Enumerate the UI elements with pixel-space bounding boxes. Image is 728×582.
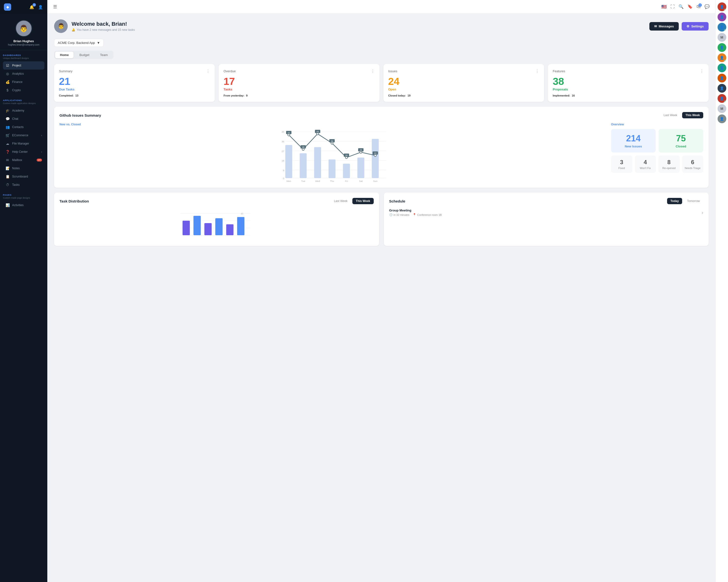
svg-text:36: 36 (282, 140, 284, 143)
label-mon: 42 (288, 132, 290, 134)
task-this-week-btn[interactable]: This Week (353, 198, 373, 204)
event-location: 📍 Conference room 1B (413, 213, 442, 216)
github-content: New vs. Closed 45 36 27 18 9 0 (59, 123, 703, 182)
messages-button[interactable]: ✉ Messages (649, 22, 679, 31)
dashboards-sub: Unique dashboard designs (3, 57, 45, 59)
sidebar-item-mailbox[interactable]: ✉ Mailbox 27 (3, 156, 45, 164)
helpcenter-icon: ❓ (5, 150, 10, 154)
right-avatar-7[interactable]: 👤 (718, 74, 726, 82)
sidebar-item-notes[interactable]: 📝 Notes (3, 164, 45, 172)
svg-text:45: 45 (282, 131, 284, 133)
card-overdue-number: 17 (224, 76, 374, 87)
sidebar-item-label: ECommerce (12, 134, 28, 137)
welcome-header: 👨 Welcome back, Brian! 🔔 You have 2 new … (54, 20, 709, 33)
github-issues-section: Github Issues Summary Last Week This Wee… (54, 107, 709, 188)
last-week-btn[interactable]: Last Week (660, 112, 680, 118)
finance-icon: 💰 (5, 80, 10, 84)
notification-icon[interactable]: 🔔 3 (29, 4, 35, 10)
card-overdue-menu[interactable]: ⋮ (371, 69, 375, 74)
tomorrow-btn[interactable]: Tomorrow (683, 198, 703, 204)
sidebar-item-project[interactable]: ☑ Project (3, 61, 45, 70)
this-week-btn[interactable]: This Week (682, 112, 703, 118)
card-summary-menu[interactable]: ⋮ (206, 69, 210, 74)
bell-icon: 🔔 (72, 28, 75, 31)
mini-card-wontfix: 4 Won't Fix (635, 156, 656, 173)
right-avatar-8[interactable]: 👤 (718, 84, 726, 93)
sidebar-item-tasks[interactable]: ⏱ Tasks (3, 181, 45, 189)
right-avatar-4[interactable]: 👤 (718, 43, 726, 52)
card-issues-header: Issues ⋮ (388, 69, 539, 74)
task-distribution-title: Task Distribution (59, 199, 89, 203)
card-overdue-sub: From yesterday: 9 (224, 94, 374, 97)
flag-icon[interactable]: 🇺🇸 (661, 4, 667, 9)
sidebar-item-scrumboard[interactable]: 📋 Scrumboard (3, 172, 45, 181)
sidebar-item-academy[interactable]: 🎓 Academy (3, 107, 45, 115)
card-features-header: Features ⋮ (553, 69, 704, 74)
right-avatar-10[interactable]: M (718, 104, 726, 113)
sidebar-item-helpcenter[interactable]: ❓ Help Center › (3, 148, 45, 156)
app-logo[interactable]: ◆ (4, 3, 11, 11)
topbar-chat-icon[interactable]: 💬 (704, 4, 709, 9)
welcome-sub: 🔔 You have 2 new messages and 15 new tas… (72, 28, 135, 31)
right-avatar-0[interactable]: 👤 (718, 2, 726, 11)
sidebar-item-finance[interactable]: 💰 Finance (3, 78, 45, 86)
sidebar: ◆ 🔔 3 👤 👨 Brian Hughes hughes.brian@comp… (0, 0, 47, 582)
summary-cards-row: Summary ⋮ 21 Due Tasks Completed: 13 Ove… (54, 64, 709, 102)
pages-title: PAGES (3, 194, 45, 196)
svg-rect-27 (215, 218, 223, 235)
svg-text:Wed: Wed (315, 180, 320, 182)
card-features-menu[interactable]: ⋮ (700, 69, 704, 74)
right-avatar-2[interactable]: 👤 (718, 23, 726, 31)
tab-team[interactable]: Team (95, 52, 112, 58)
sidebar-item-label: File Manager (12, 142, 29, 145)
settings-button[interactable]: ⚙ Settings (682, 22, 709, 31)
chart-svg: 45 36 27 18 9 0 (59, 129, 606, 182)
location-icon: 📍 (413, 213, 416, 216)
card-features-title: Features (553, 70, 565, 73)
new-issues-num: 214 (616, 133, 651, 144)
sidebar-item-activities[interactable]: 📊 Activities (3, 201, 45, 209)
new-issues-card: 214 New Issues (611, 129, 656, 153)
svg-text:Thu: Thu (330, 180, 334, 182)
closed-card: 75 Closed (658, 129, 703, 153)
applications-section: APPLICATIONS Custom made application des… (0, 95, 47, 190)
card-summary-sub-val: 13 (76, 94, 78, 97)
sidebar-item-ecommerce[interactable]: 🛒 ECommerce › (3, 131, 45, 139)
task-last-week-btn[interactable]: Last Week (331, 198, 351, 204)
right-avatar-6[interactable]: 👤 (718, 63, 726, 72)
right-avatar-3[interactable]: M (718, 33, 726, 42)
sidebar-item-crypto[interactable]: $ Crypto (3, 86, 45, 94)
tab-home[interactable]: Home (55, 52, 74, 58)
svg-rect-25 (193, 216, 201, 235)
search-icon[interactable]: 🔍 (678, 4, 683, 9)
svg-text:9: 9 (283, 169, 284, 172)
project-selector[interactable]: ACME Corp. Backend App ▼ (54, 39, 104, 47)
cart-icon[interactable]: 🛍 5 (697, 4, 701, 9)
svg-text:Sat: Sat (359, 180, 363, 182)
fullscreen-icon[interactable]: ⛶ (671, 4, 675, 9)
sidebar-item-filemanager[interactable]: ☁ File Manager (3, 139, 45, 148)
menu-icon[interactable]: ☰ (53, 4, 57, 9)
schedule-arrow-icon[interactable]: › (702, 210, 703, 215)
bar-thu (329, 159, 336, 178)
sidebar-item-analytics[interactable]: ◎ Analytics (3, 70, 45, 78)
right-avatar-11[interactable]: 👤 (718, 114, 726, 123)
sidebar-item-chat[interactable]: 💬 Chat (3, 115, 45, 123)
sidebar-item-contacts[interactable]: 👥 Contacts (3, 123, 45, 131)
pages-sub: Custom made page designs (3, 197, 45, 199)
dashboards-section: DASHBOARDS Unique dashboard designs ☑ Pr… (0, 50, 47, 95)
mini-lbl-wontfix: Won't Fix (637, 167, 654, 169)
main-content: ☰ 🇺🇸 ⛶ 🔍 🔖 🛍 5 💬 👨 Welcome back, Brian! … (47, 0, 716, 582)
right-avatar-1[interactable]: 👤 (718, 12, 726, 21)
card-overdue-sub-val: 9 (246, 94, 248, 97)
right-avatar-5[interactable]: 👤 (718, 53, 726, 62)
mini-num-reopened: 8 (660, 159, 678, 166)
card-issues-menu[interactable]: ⋮ (535, 69, 539, 74)
today-btn[interactable]: Today (667, 198, 682, 204)
tab-budget[interactable]: Budget (75, 52, 94, 58)
user-circle-icon[interactable]: 👤 (37, 4, 44, 10)
schedule-toggle: Today Tomorrow (667, 198, 703, 204)
right-avatar-9[interactable]: 👤 (718, 94, 726, 103)
online-dot-2 (724, 29, 726, 31)
bookmark-icon[interactable]: 🔖 (687, 4, 693, 9)
